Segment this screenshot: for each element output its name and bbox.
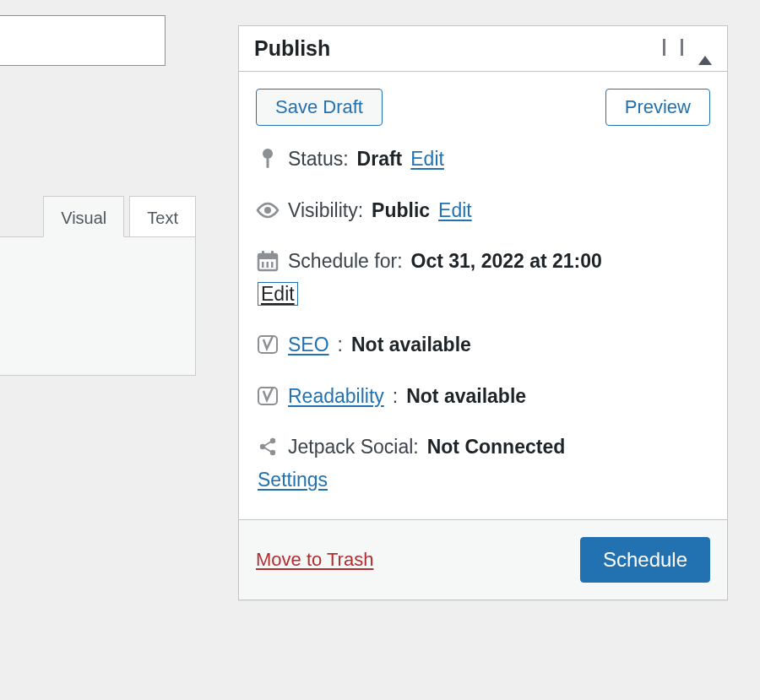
svg-rect-7	[262, 262, 264, 268]
yoast-readability-icon	[256, 385, 280, 407]
seo-row: SEO: Not available	[256, 330, 710, 360]
svg-point-2	[264, 207, 271, 214]
svg-rect-1	[267, 158, 269, 168]
svg-rect-5	[262, 251, 264, 256]
editor-body[interactable]	[0, 236, 196, 376]
publish-panel-header: Publish	[239, 26, 727, 72]
pin-icon	[256, 148, 280, 170]
editor-area: Visual Text	[0, 196, 196, 377]
seo-value: Not available	[351, 330, 471, 360]
status-edit-link[interactable]: Edit	[410, 144, 444, 174]
tab-text[interactable]: Text	[129, 196, 196, 237]
move-up-icon[interactable]	[663, 41, 665, 57]
status-row: Status: Draft Edit	[256, 144, 710, 174]
svg-rect-9	[271, 262, 274, 268]
jetpack-value: Not Connected	[427, 432, 566, 462]
schedule-button[interactable]: Schedule	[580, 537, 710, 583]
readability-row: Readability: Not available	[256, 382, 710, 411]
move-to-trash-link[interactable]: Move to Trash	[256, 549, 373, 571]
status-label: Status:	[288, 144, 349, 174]
readability-value: Not available	[406, 382, 526, 411]
svg-rect-6	[271, 251, 274, 256]
save-draft-button[interactable]: Save Draft	[256, 89, 383, 126]
schedule-value: Oct 31, 2022 at 21:00	[411, 247, 602, 276]
jetpack-label: Jetpack Social:	[288, 432, 419, 462]
share-icon	[256, 437, 280, 457]
svg-line-16	[264, 448, 271, 452]
collapse-toggle-icon[interactable]	[698, 41, 712, 57]
visibility-row: Visibility: Public Edit	[256, 196, 710, 225]
seo-link[interactable]: SEO	[288, 330, 329, 360]
jetpack-settings-link[interactable]: Settings	[258, 469, 328, 491]
svg-rect-4	[258, 254, 277, 259]
schedule-label: Schedule for:	[288, 247, 403, 276]
status-value: Draft	[357, 144, 403, 174]
svg-point-0	[263, 149, 273, 159]
schedule-edit-link[interactable]: Edit	[258, 282, 298, 306]
preview-button[interactable]: Preview	[605, 89, 710, 126]
svg-rect-8	[267, 262, 269, 268]
post-title-input[interactable]	[0, 15, 166, 66]
jetpack-row: Jetpack Social: Not Connected Settings	[256, 432, 710, 494]
publish-panel-title: Publish	[254, 36, 330, 61]
move-down-icon[interactable]	[681, 41, 683, 57]
svg-line-15	[264, 442, 271, 446]
yoast-seo-icon	[256, 334, 280, 355]
tab-visual[interactable]: Visual	[43, 196, 124, 237]
calendar-icon	[256, 250, 280, 272]
visibility-value: Public	[372, 196, 430, 225]
visibility-label: Visibility:	[288, 196, 363, 225]
eye-icon	[256, 202, 280, 219]
schedule-row: Schedule for: Oct 31, 2022 at 21:00 Edit	[256, 247, 710, 308]
visibility-edit-link[interactable]: Edit	[438, 196, 472, 225]
publish-panel: Publish Save Draft Preview Status: Draft…	[238, 25, 728, 600]
readability-link[interactable]: Readability	[288, 382, 384, 411]
